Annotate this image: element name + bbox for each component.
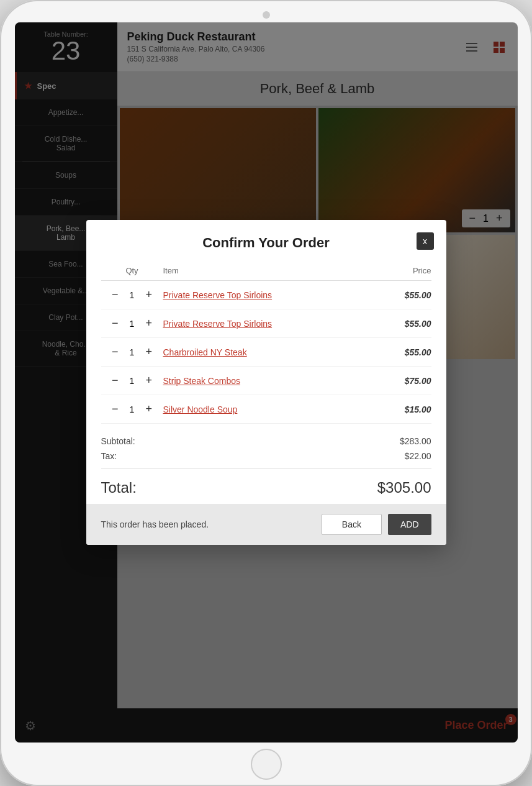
qty-increase-3[interactable]: + [143, 345, 155, 359]
tax-label: Tax: [101, 451, 117, 461]
modal-overlay: Confirm Your Order x Qty Item Price [15, 22, 518, 743]
qty-decrease-2[interactable]: − [109, 317, 121, 330]
tablet-home-button[interactable] [251, 749, 282, 780]
tablet-camera [263, 11, 270, 19]
item-price-5: $15.00 [369, 404, 431, 414]
qty-control-5: − 1 + [101, 403, 163, 416]
col-header-item: Item [163, 266, 369, 275]
item-name-4[interactable]: Strip Steak Combos [163, 376, 369, 386]
item-price-4: $75.00 [369, 376, 431, 386]
qty-control-2: − 1 + [101, 317, 163, 330]
item-name-1[interactable]: Private Reserve Top Sirloins [163, 290, 369, 300]
order-table-header: Qty Item Price [101, 261, 431, 281]
qty-decrease-3[interactable]: − [109, 345, 121, 359]
qty-increase-5[interactable]: + [143, 403, 155, 416]
qty-increase-1[interactable]: + [143, 288, 155, 301]
app-container: Table Number: 23 Peking Duck Restaurant … [15, 22, 518, 743]
tax-value: $22.00 [405, 451, 431, 461]
qty-decrease-5[interactable]: − [109, 403, 121, 416]
item-price-2: $55.00 [369, 319, 431, 329]
modal-close-button[interactable]: x [417, 232, 434, 250]
order-row-1: − 1 + Private Reserve Top Sirloins $55.0… [101, 281, 431, 309]
qty-decrease-4[interactable]: − [109, 374, 121, 387]
back-button[interactable]: Back [322, 514, 382, 535]
grand-total-value: $305.00 [377, 479, 431, 496]
subtotal-row: Subtotal: $283.00 [101, 434, 431, 449]
order-row-4: − 1 + Strip Steak Combos $75.00 [101, 367, 431, 395]
item-name-2[interactable]: Private Reserve Top Sirloins [163, 319, 369, 329]
tablet-screen: Table Number: 23 Peking Duck Restaurant … [15, 22, 518, 743]
order-placed-text: This order has been placed. [101, 519, 209, 529]
total-divider [101, 468, 431, 469]
qty-value-5: 1 [127, 404, 137, 414]
qty-control-3: − 1 + [101, 345, 163, 359]
qty-increase-2[interactable]: + [143, 317, 155, 330]
qty-control-1: − 1 + [101, 288, 163, 301]
subtotal-label: Subtotal: [101, 436, 135, 446]
order-totals: Subtotal: $283.00 Tax: $22.00 Total: $30… [101, 424, 431, 504]
add-button[interactable]: ADD [388, 514, 431, 535]
col-header-qty: Qty [101, 266, 163, 275]
qty-value-1: 1 [127, 290, 137, 300]
qty-value-3: 1 [127, 347, 137, 357]
qty-decrease-1[interactable]: − [109, 288, 121, 301]
order-row-5: − 1 + Silver Noodle Soup $15.00 [101, 395, 431, 424]
modal-title: Confirm Your Order [202, 235, 330, 251]
modal-body: Qty Item Price − 1 + [86, 261, 446, 504]
qty-value-4: 1 [127, 376, 137, 386]
qty-increase-4[interactable]: + [143, 374, 155, 387]
item-price-3: $55.00 [369, 347, 431, 357]
order-row-3: − 1 + Charbroiled NY Steak $55.00 [101, 338, 431, 367]
qty-control-4: − 1 + [101, 374, 163, 387]
tax-row: Tax: $22.00 [101, 449, 431, 464]
footer-buttons: Back ADD [322, 514, 431, 535]
item-name-3[interactable]: Charbroiled NY Steak [163, 347, 369, 357]
order-table: Qty Item Price − 1 + [101, 261, 431, 424]
item-name-5[interactable]: Silver Noodle Soup [163, 404, 369, 414]
grand-total-label: Total: [101, 479, 137, 496]
qty-value-2: 1 [127, 319, 137, 329]
modal-header: Confirm Your Order x [86, 220, 446, 261]
confirm-order-modal: Confirm Your Order x Qty Item Price [86, 220, 446, 545]
grand-total-row: Total: $305.00 [101, 474, 431, 499]
subtotal-value: $283.00 [400, 436, 431, 446]
col-header-price: Price [369, 266, 431, 275]
modal-footer: This order has been placed. Back ADD [86, 504, 446, 545]
item-price-1: $55.00 [369, 290, 431, 300]
order-row-2: − 1 + Private Reserve Top Sirloins $55.0… [101, 309, 431, 338]
